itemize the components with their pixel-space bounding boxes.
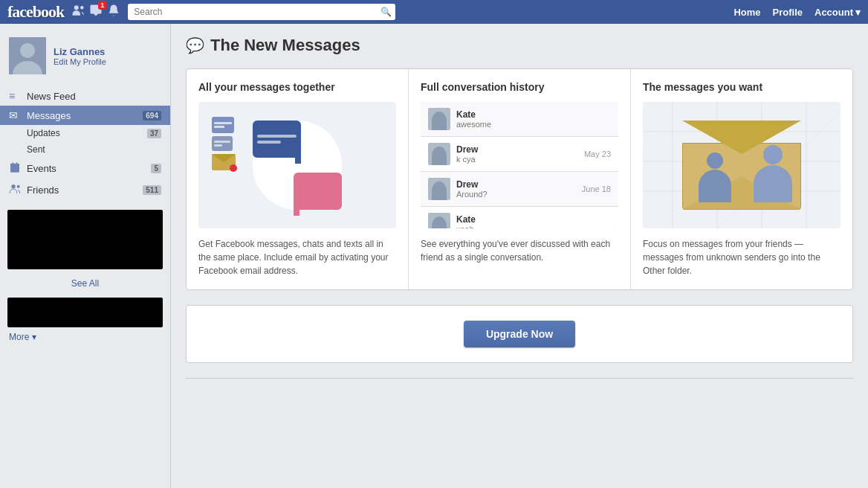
conv-avatar	[428, 213, 450, 228]
sidebar-ad-block-1	[7, 210, 163, 269]
nav-icon-group: 1	[71, 4, 120, 20]
conv-date: June 18	[582, 184, 611, 193]
svg-line-18	[643, 102, 687, 147]
svg-point-3	[20, 43, 35, 58]
sidebar: Liz Gannes Edit My Profile ≡ News Feed ✉…	[0, 24, 171, 488]
sidebar-ad-block-2	[7, 298, 163, 327]
sidebar-label-updates: Updates	[27, 128, 60, 138]
sidebar-item-events[interactable]: Events 5	[0, 158, 170, 179]
upgrade-area: Upgrade Now	[186, 305, 853, 363]
conv-item-kate-2[interactable]: Kate yeah	[421, 207, 618, 228]
svg-point-10	[17, 185, 20, 188]
sidebar-item-updates[interactable]: Updates 37	[0, 125, 170, 141]
top-navigation: facebook 1 🔍 Home Profile	[0, 0, 868, 24]
card-2-title: Full conversation history	[421, 81, 618, 93]
conv-info: Kate yeah	[456, 214, 611, 228]
profile-name[interactable]: Liz Gannes	[54, 46, 106, 57]
card-3-title: The messages you want	[643, 81, 841, 93]
news-feed-icon: ≡	[9, 90, 22, 102]
conv-info: Drew Around?	[456, 179, 582, 199]
profile-info: Liz Gannes Edit My Profile	[54, 46, 106, 66]
conv-item-drew-1[interactable]: Drew k cya May 23	[421, 137, 618, 172]
conv-date: May 23	[584, 150, 611, 158]
conv-avatar	[428, 178, 450, 200]
conv-item-drew-2[interactable]: Drew Around? June 18	[421, 172, 618, 207]
conversation-list: Kate awesome Drew k cya May 23	[421, 102, 618, 228]
main-content: 💬 The New Messages All your messages tog…	[171, 24, 868, 488]
facebook-logo[interactable]: facebook	[7, 2, 64, 22]
friends-icon[interactable]	[71, 4, 85, 20]
page-header-icon: 💬	[186, 36, 204, 54]
sidebar-label-friends: Friends	[27, 184, 143, 196]
notifications-icon[interactable]	[107, 4, 120, 20]
sidebar-nav: ≡ News Feed ✉ Messages 694 Updates 37 Se…	[0, 83, 170, 204]
sidebar-label-sent: Sent	[27, 144, 45, 155]
friends-sidebar-icon	[9, 183, 22, 197]
sidebar-label-messages: Messages	[27, 110, 143, 121]
conv-info: Drew k cya	[456, 144, 584, 164]
message-badge: 1	[98, 1, 106, 10]
feature-cards: All your messages together	[186, 68, 853, 290]
sidebar-item-news-feed[interactable]: ≡ News Feed	[0, 86, 170, 106]
conv-info: Kate awesome	[456, 109, 611, 129]
conv-avatar	[428, 108, 450, 130]
card-all-messages: All your messages together	[187, 69, 409, 289]
events-count: 5	[151, 164, 161, 173]
friends-count: 511	[143, 185, 161, 195]
card-1-description: Get Facebook messages, chats and texts a…	[198, 237, 396, 277]
top-nav-links: Home Profile Account ▾	[733, 7, 861, 18]
messages-nav-icon[interactable]: 1	[89, 4, 103, 20]
updates-count: 37	[147, 129, 161, 138]
envelope-illustration	[643, 102, 841, 228]
messages-icon: ✉	[9, 109, 22, 121]
conv-name: Kate	[456, 214, 611, 225]
card-1-title: All your messages together	[198, 81, 396, 93]
conv-message: k cya	[456, 155, 584, 164]
conv-name: Drew	[456, 144, 584, 155]
see-all-link[interactable]: See All	[0, 275, 170, 292]
edit-profile-link[interactable]: Edit My Profile	[54, 57, 106, 66]
profile-section: Liz Gannes Edit My Profile	[0, 31, 170, 83]
svg-point-0	[74, 5, 79, 10]
home-nav-link[interactable]: Home	[733, 7, 760, 18]
card-3-description: Focus on messages from your friends — me…	[643, 237, 841, 277]
card-messages-you-want: The messages you want	[631, 69, 852, 289]
events-icon	[9, 161, 22, 176]
messages-count: 694	[143, 111, 161, 121]
profile-nav-link[interactable]: Profile	[773, 7, 803, 18]
svg-point-9	[11, 184, 15, 188]
conv-name: Drew	[456, 179, 582, 190]
search-input[interactable]	[128, 4, 395, 20]
search-icon[interactable]: 🔍	[380, 7, 392, 17]
sidebar-label-news-feed: News Feed	[27, 91, 161, 102]
svg-point-1	[80, 6, 84, 10]
conv-message: Around?	[456, 190, 582, 199]
card-2-description: See everything you've ever discussed wit…	[421, 237, 618, 264]
upgrade-now-button[interactable]: Upgrade Now	[464, 321, 575, 347]
conv-avatar	[428, 143, 450, 165]
more-link[interactable]: More ▾	[0, 330, 170, 344]
page-header: 💬 The New Messages	[186, 36, 853, 55]
avatar[interactable]	[9, 37, 46, 74]
conv-message: yeah	[456, 225, 611, 228]
sidebar-item-friends[interactable]: Friends 511	[0, 179, 170, 201]
account-dropdown[interactable]: Account ▾	[814, 7, 861, 18]
sidebar-label-events: Events	[27, 163, 151, 174]
sidebar-item-messages[interactable]: ✉ Messages 694	[0, 106, 170, 125]
search-bar: 🔍	[128, 4, 395, 20]
conv-name: Kate	[456, 109, 611, 120]
page-title: The New Messages	[210, 36, 360, 55]
section-divider	[186, 378, 853, 379]
conv-item-kate-1[interactable]: Kate awesome	[421, 102, 618, 137]
card-conversation-history: Full conversation history Kate awesome	[409, 69, 631, 289]
sidebar-item-sent[interactable]: Sent	[0, 141, 170, 158]
conv-message: awesome	[456, 120, 611, 129]
svg-rect-5	[10, 164, 19, 173]
messages-illustration	[198, 102, 396, 228]
